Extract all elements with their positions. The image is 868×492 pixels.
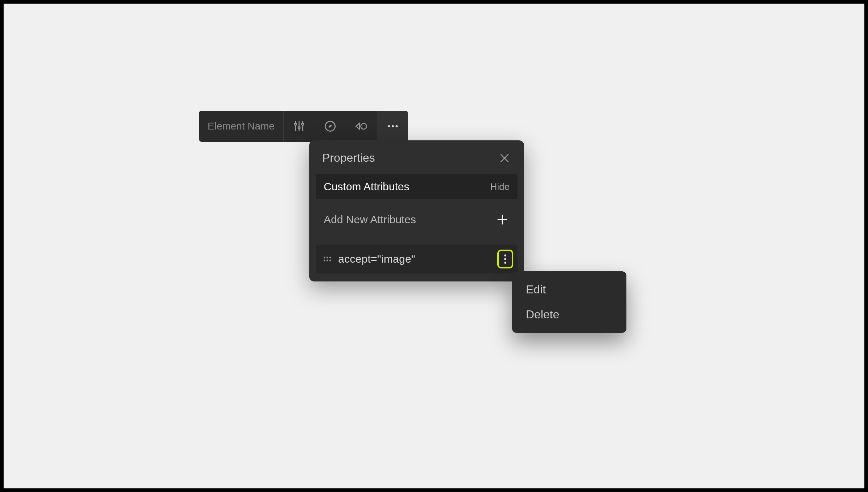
svg-point-17 (327, 257, 328, 259)
add-attribute-row[interactable]: Add New Attributes (316, 207, 518, 238)
svg-point-4 (298, 127, 300, 129)
hide-button[interactable]: Hide (490, 181, 510, 192)
svg-point-5 (302, 123, 304, 126)
settings-sliders-icon[interactable] (284, 111, 315, 142)
more-options-icon[interactable] (377, 111, 408, 142)
svg-point-3 (294, 123, 297, 126)
edit-menu-item[interactable]: Edit (512, 277, 626, 302)
add-button[interactable] (495, 212, 510, 227)
svg-point-8 (361, 123, 367, 129)
context-menu: Edit Delete (512, 271, 626, 333)
custom-attributes-section-header[interactable]: Custom Attributes Hide (316, 174, 518, 199)
svg-point-11 (395, 125, 397, 127)
svg-point-18 (329, 257, 331, 259)
svg-point-16 (324, 257, 326, 259)
tag-icon[interactable] (346, 111, 377, 142)
element-name-label: Element Name (199, 111, 284, 142)
svg-point-22 (504, 254, 506, 256)
svg-point-23 (504, 258, 506, 260)
custom-attributes-title: Custom Attributes (324, 181, 409, 193)
svg-point-10 (392, 125, 394, 127)
svg-marker-7 (329, 125, 332, 128)
panel-title: Properties (322, 151, 375, 165)
plus-icon (497, 214, 508, 225)
panel-header: Properties (314, 151, 520, 174)
svg-point-21 (329, 260, 331, 262)
add-attribute-label: Add New Attributes (324, 213, 416, 226)
close-button[interactable] (498, 152, 511, 165)
attribute-text: accept="image" (338, 253, 415, 265)
close-icon (499, 153, 510, 164)
kebab-icon (504, 254, 507, 264)
element-toolbar: Element Name (199, 111, 408, 142)
svg-point-19 (324, 260, 326, 262)
attribute-row-left: accept="image" (322, 253, 415, 265)
toolbar-icon-group (284, 111, 408, 142)
svg-point-20 (327, 260, 328, 262)
svg-point-9 (388, 125, 390, 127)
attribute-more-button[interactable] (497, 250, 513, 268)
svg-point-24 (504, 262, 506, 264)
delete-menu-item[interactable]: Delete (512, 302, 626, 327)
properties-panel: Properties Custom Attributes Hide Add Ne… (309, 140, 524, 281)
attribute-row[interactable]: accept="image" (316, 245, 518, 273)
compass-icon[interactable] (315, 111, 346, 142)
drag-handle-icon[interactable] (322, 256, 332, 262)
